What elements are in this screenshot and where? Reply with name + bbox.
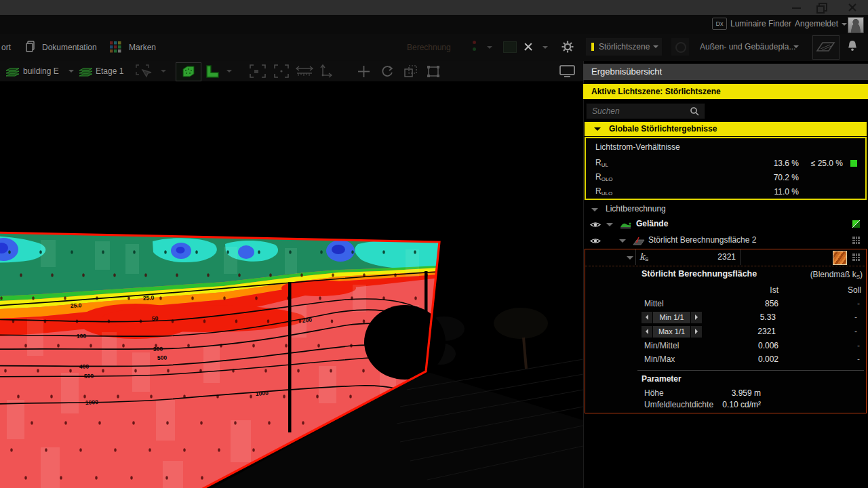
param-label: Höhe [644,388,664,398]
planning-selector-label: Außen- und Gebäudepla... [700,42,795,52]
brands-grid-icon [110,41,121,53]
max-prev-button[interactable] [642,326,652,338]
gear-icon[interactable] [561,40,574,54]
falsecolor-thumbnail[interactable] [833,251,847,265]
light-scene-selector[interactable]: Störlichtszene [586,38,662,56]
svg-text:400: 400 [79,363,90,370]
dx-icon: Dx [712,18,727,30]
cancel-calculation-button[interactable] [521,39,536,54]
search-input[interactable] [591,104,688,118]
chevron-down-icon [653,45,658,51]
terrain-display-indicator[interactable] [852,220,860,228]
avatar[interactable] [848,17,864,33]
collapse-triangle-icon [594,127,601,134]
display-mode-icon[interactable] [559,64,576,78]
min-next-button[interactable] [691,312,702,323]
ks-symbol: kS [639,251,648,262]
svg-text:500: 500 [157,354,167,361]
calc-surface-view-button[interactable] [812,35,840,60]
scene-selector-label: Störlichtszene [599,42,650,52]
max-next-button[interactable] [691,326,702,338]
titlebar [0,0,868,15]
select-tool-icon[interactable] [136,64,153,79]
floor-selector[interactable]: Etage 1 [77,62,132,80]
min-selector-label[interactable]: Min 1/1 [653,312,690,323]
global-results-header[interactable]: Globale Störlichtergebnisse [585,122,867,136]
min-prev-button[interactable] [642,312,652,323]
collapse-triangle-icon[interactable] [606,223,613,230]
close-button[interactable] [841,0,864,15]
collapse-triangle-icon[interactable] [591,208,598,215]
tree-row-terrain[interactable]: Gelände [583,217,868,232]
vertical-measure-icon[interactable] [319,64,334,79]
detail-separator [637,370,864,371]
stat-row-max: Max 1/1 2321 - [642,326,863,338]
calc-surface-plane-icon [632,237,646,246]
luminaire-finder-button[interactable]: Dx Luminaire Finder [709,17,792,32]
ratio-limit: ≤ 25.0 % [811,159,843,168]
bell-icon[interactable] [846,39,859,53]
ratio-symbol: RULO [595,186,612,196]
l-shape-tool-icon[interactable] [205,64,220,79]
scene-color-chip [591,43,594,51]
calculation-dropdown-icon[interactable] [487,46,492,52]
grid-display-icon[interactable] [852,237,860,244]
stat-label: Min/Mittel [644,341,679,350]
collapse-triangle-icon[interactable] [627,256,633,263]
result-curve-icon-disabled [503,41,517,53]
results-panel-header: Ergebnisübersicht [583,64,868,80]
ratio-symbol: ROLO [595,172,613,182]
planning-mode-selector[interactable]: Außen- und Gebäudepla... [696,38,803,56]
rectangle-select-icon[interactable] [427,65,440,78]
status-ok-indicator [850,160,857,167]
minimize-button[interactable] [787,0,807,15]
export-label-truncated[interactable]: ort [1,43,11,52]
search-icon [690,106,699,116]
rotate-tool-icon[interactable] [380,65,394,78]
viewport-3d-scene[interactable]: 25.0 25.0 50 100 200 300 500 400 500 100… [0,81,583,488]
center-view-icon[interactable] [274,64,289,79]
login-status-label: Angemeldet [795,19,838,28]
grid-display-icon[interactable] [852,253,860,261]
brands-button[interactable]: Marken [107,37,161,58]
eye-icon[interactable] [590,237,601,245]
surface-fill-tool-active[interactable] [176,62,201,81]
pole-shadow [288,282,292,432]
select-tool-dropdown-icon[interactable] [161,70,166,75]
ratio-value: 70.2 % [774,173,799,182]
global-results-title: Globale Störlichtergebnisse [609,124,717,134]
svg-text:50: 50 [152,315,159,322]
eye-icon[interactable] [590,221,601,228]
shape-tools-dropdown-icon[interactable] [226,70,232,75]
col-header-target: Soll [848,285,861,295]
ks-value-field[interactable]: 2321 [717,252,736,262]
tree-row-light-calculation[interactable]: Lichtberechnung [583,203,868,216]
collapse-triangle-icon[interactable] [619,239,626,246]
stat-row-min: Min 1/1 5.33 - [642,312,863,323]
filled-area-icon [182,66,195,78]
max-selector-label[interactable]: Max 1/1 [653,326,690,338]
ratio-row: RULO 11.0 % [595,186,861,197]
param-row: Umfeldleuchtdichte 0.10 cd/m² [644,400,863,411]
search-box[interactable] [586,103,705,119]
building-selector[interactable]: building E [3,62,76,80]
cancel-dropdown-icon[interactable] [542,46,548,52]
restore-button[interactable] [811,0,831,15]
zoom-to-fit-icon[interactable] [250,64,266,79]
terrain-icon [619,220,633,230]
building-label: building E [23,66,59,76]
account-menu[interactable]: Angemeldet [795,17,848,32]
documentation-button[interactable]: Dokumentation [20,37,102,58]
brands-label: Marken [129,43,156,52]
col-header-actual: Ist [770,285,778,295]
svg-text:500: 500 [84,373,94,380]
calc-surface-icon [813,36,837,58]
ks-row[interactable]: kS 2321 [585,249,865,266]
move-tool-icon[interactable] [357,65,370,78]
horizontal-measure-icon[interactable] [296,64,313,79]
minimize-icon [792,7,801,9]
viewport[interactable]: 25.0 25.0 50 100 200 300 500 400 500 100… [0,81,583,488]
active-scene-banner: Aktive Lichtszene: Störlichtszene [583,84,868,99]
scale-tool-icon[interactable] [403,65,417,78]
tree-row-calc-surface[interactable]: Störlicht Berechnungsfläche 2 [583,233,868,248]
